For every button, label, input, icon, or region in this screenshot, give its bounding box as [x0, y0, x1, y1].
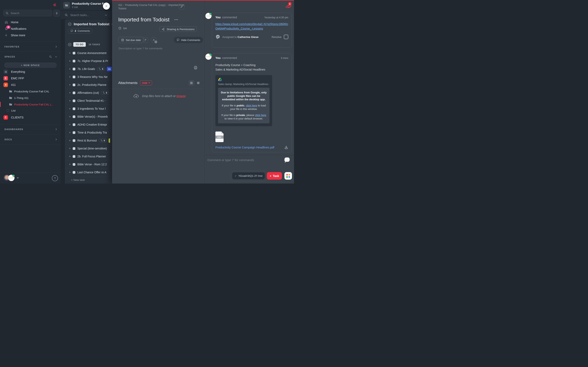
- search-icon[interactable]: [49, 55, 52, 58]
- task-status-checkbox[interactable]: [73, 147, 75, 150]
- task-row[interactable]: Rest & Burnout 6: [65, 137, 112, 145]
- task-row[interactable]: Client Testimonial #1 -: [65, 97, 112, 105]
- assign-user-icon[interactable]: +: [151, 37, 156, 43]
- attachment-filename-link[interactable]: Productivity Course Campaign Headlines.p…: [215, 146, 274, 149]
- chevron-down-icon[interactable]: [104, 14, 107, 17]
- task-row[interactable]: Bible Verse(s) - Proverb: [65, 113, 112, 121]
- minimized-task[interactable]: ✓ !!Goal#3/Q1-2!! Install Ne: [232, 173, 265, 179]
- comments-pill-button[interactable]: 2Comments: [68, 28, 93, 34]
- task-row[interactable]: 7c. Higher Purpose & Pr: [65, 57, 112, 65]
- list-view-icon[interactable]: [195, 80, 201, 86]
- task-status-checkbox[interactable]: [73, 163, 75, 166]
- spaces-section-header[interactable]: SPACES: [4, 55, 57, 59]
- task-row[interactable]: Affirmations (cut) 6: [65, 89, 112, 97]
- task-status-checkbox[interactable]: [73, 68, 75, 70]
- commenter-avatar[interactable]: GOLD STREET: [205, 54, 212, 60]
- collapse-group-icon[interactable]: [68, 22, 72, 26]
- new-task-button[interactable]: +Task: [267, 172, 282, 180]
- expand-icon[interactable]: [69, 171, 71, 173]
- grid-view-icon[interactable]: [189, 80, 194, 86]
- sidebar-item-list[interactable]: List: [0, 108, 61, 114]
- task-row[interactable]: 7b. Life Goals 6 va: [65, 65, 112, 73]
- sidebar-item-show-more[interactable]: Show more: [0, 32, 61, 39]
- print-icon[interactable]: [193, 66, 198, 70]
- tasks-search-input[interactable]: [70, 13, 103, 17]
- task-row[interactable]: 2b. Full Focus Planner: [65, 152, 112, 160]
- pdf-file-icon[interactable]: PDF: [215, 132, 224, 142]
- new-task-button[interactable]: + New task: [71, 178, 112, 182]
- task-status-checkbox[interactable]: [73, 115, 75, 118]
- favorites-section-header[interactable]: FAVORITES: [4, 45, 57, 49]
- expand-icon[interactable]: [69, 148, 71, 149]
- sidebar-item-everything[interactable]: Everything: [0, 68, 61, 75]
- breadcrumb[interactable]: 411›Productivity Course Fall CAL (copy)›…: [118, 3, 186, 10]
- chevron-right-icon[interactable]: [55, 138, 57, 141]
- set-priority-flag-icon[interactable]: [143, 37, 148, 43]
- attachment-dropzone[interactable]: Drop files here to attach or browse: [118, 94, 201, 99]
- download-icon[interactable]: [284, 145, 288, 150]
- resolve-checkbox[interactable]: [284, 35, 288, 39]
- customize-icon[interactable]: [179, 4, 185, 10]
- comment-author[interactable]: You: [215, 56, 221, 59]
- sidebar-item-home[interactable]: Home: [0, 19, 61, 25]
- task-status-checkbox[interactable]: [73, 92, 75, 94]
- task-row[interactable]: 3 Ingredients To Your l: [65, 105, 112, 113]
- task-row[interactable]: 2c. Productivity Planne: [65, 81, 112, 89]
- expand-icon[interactable]: [69, 132, 71, 133]
- click-here-link[interactable]: click here: [255, 114, 266, 117]
- comment-input[interactable]: [207, 158, 275, 162]
- assignee-name[interactable]: Catherine Giese: [237, 35, 259, 39]
- expand-icon[interactable]: [69, 140, 71, 141]
- expand-icon[interactable]: [69, 116, 71, 117]
- task-row[interactable]: 3 Reasons Why You Ne: [65, 73, 112, 81]
- collapse-sidebar-icon[interactable]: [53, 3, 57, 7]
- expand-icon[interactable]: [69, 124, 71, 125]
- browse-link[interactable]: browse: [176, 94, 186, 98]
- task-status-checkbox[interactable]: [73, 139, 75, 142]
- task-status-checkbox[interactable]: [73, 83, 75, 86]
- expand-icon[interactable]: [69, 68, 71, 70]
- task-status-checkbox[interactable]: [73, 108, 75, 110]
- help-button[interactable]: ?: [52, 175, 58, 181]
- sidebar-folder-productivity-course-fall-cal[interactable]: Productivity Course Fall CAL: [0, 88, 61, 95]
- comment-mode-bubble-icon[interactable]: [284, 157, 291, 163]
- expand-icon[interactable]: [69, 108, 71, 109]
- close-icon[interactable]: [103, 3, 110, 9]
- task-row[interactable]: Course Announcement: [65, 49, 112, 57]
- task-row[interactable]: Time & Productivity Tra: [65, 129, 112, 137]
- task-row[interactable]: Last Chance Offer re A: [65, 168, 112, 176]
- sidebar-item-space-emc-ffp[interactable]: E EMC FFP: [0, 75, 61, 82]
- account-menu-caret-icon[interactable]: [17, 177, 19, 179]
- task-status-checkbox[interactable]: [73, 60, 75, 62]
- new-space-button[interactable]: + NEW SPACE: [4, 62, 57, 68]
- docs-section-header[interactable]: DOCS: [4, 137, 57, 142]
- task-status-checkbox[interactable]: [73, 123, 75, 126]
- google-drive-embed-card[interactable]: Sales &amp; Marketing AD/Social Headline…: [215, 75, 272, 126]
- comment-author[interactable]: You: [215, 16, 221, 19]
- quick-action-button[interactable]: [53, 10, 60, 17]
- hide-comments-button[interactable]: Hide Comments: [174, 37, 203, 43]
- sidebar-item-space-411[interactable]: 4 411: [0, 82, 61, 88]
- expand-icon[interactable]: [69, 92, 71, 94]
- time-in-status[interactable]: 1m: [118, 26, 127, 30]
- collapse-status-icon[interactable]: [68, 43, 72, 47]
- sidebar-item-space-clients[interactable]: C CLIENTS: [0, 114, 61, 121]
- status-badge[interactable]: TO DO: [73, 42, 86, 47]
- expand-icon[interactable]: [69, 164, 71, 165]
- task-status-checkbox[interactable]: [73, 171, 75, 174]
- sidebar-search-input[interactable]: [10, 11, 50, 15]
- apps-grid-button[interactable]: [285, 172, 292, 180]
- add-attachment-button[interactable]: Add: [140, 80, 152, 85]
- expand-icon[interactable]: [69, 60, 71, 62]
- chevron-right-icon[interactable]: [55, 128, 57, 131]
- expand-icon[interactable]: [69, 76, 71, 78]
- sidebar-search[interactable]: [3, 10, 52, 16]
- task-menu-icon[interactable]: •••: [174, 18, 178, 21]
- task-status-checkbox[interactable]: [73, 131, 75, 134]
- sharing-permissions-button[interactable]: Sharing & Permissions: [159, 26, 197, 32]
- task-status-checkbox[interactable]: [73, 155, 75, 158]
- sidebar-item-notifications[interactable]: 4 Notifications: [0, 25, 61, 32]
- task-status-checkbox[interactable]: [73, 52, 75, 54]
- task-row[interactable]: Bible Verse - Rom 12:2: [65, 160, 112, 168]
- task-status-checkbox[interactable]: [73, 100, 75, 102]
